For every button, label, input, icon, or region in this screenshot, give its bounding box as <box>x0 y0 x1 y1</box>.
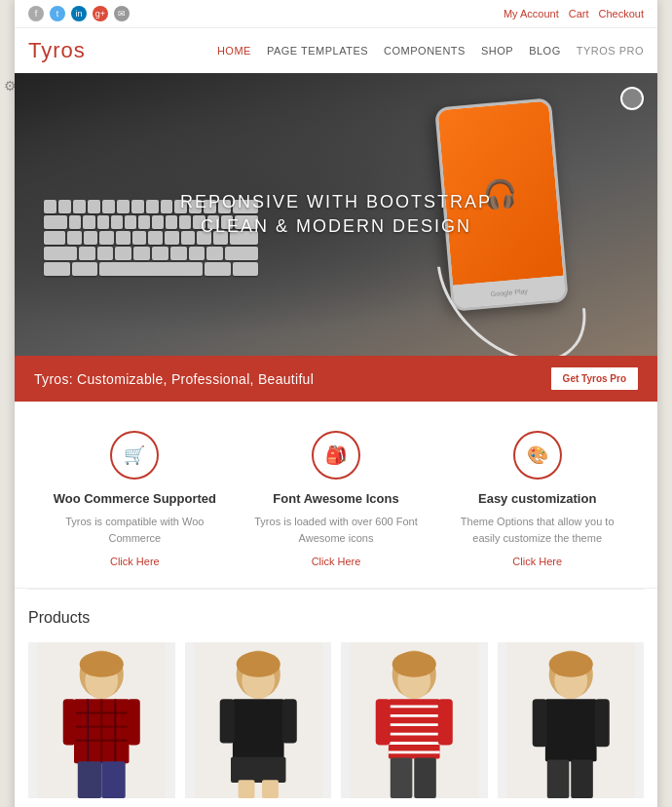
nav-tyros-pro[interactable]: TYROS PRO <box>577 45 644 57</box>
product-image-3 <box>341 642 488 798</box>
products-section: Products <box>15 590 657 807</box>
features-section: 🛒 Woo Commerce Supported Tyros is compat… <box>15 402 657 589</box>
svg-rect-24 <box>231 757 285 783</box>
banner-text: Tyros: Customizable, Professional, Beaut… <box>34 371 314 387</box>
svg-rect-21 <box>232 699 283 758</box>
googleplus-icon[interactable]: g+ <box>93 6 108 21</box>
feature-customization-desc: Theme Options that allow you to easily c… <box>446 514 628 546</box>
hero-title-line1: REPONSIVE WITH BOOTSTRAP <box>180 190 492 214</box>
main-nav: HOME PAGE TEMPLATES COMPONENTS SHOP BLOG… <box>217 45 644 57</box>
hero-nav-dot[interactable] <box>620 87 644 110</box>
my-account-link[interactable]: My Account <box>504 8 559 19</box>
svg-rect-22 <box>219 699 234 743</box>
svg-rect-14 <box>128 699 140 745</box>
feature-fontawesome-desc: Tyros is loaded with over 600 Font Aweso… <box>245 514 428 546</box>
nav-page-templates[interactable]: PAGE TEMPLATES <box>267 45 368 57</box>
svg-rect-41 <box>414 758 436 798</box>
feature-woocommerce: 🛒 Woo Commerce Supported Tyros is compat… <box>34 431 236 568</box>
svg-rect-47 <box>532 699 546 747</box>
product-card-1[interactable]: Tank Top £20.99 £10.00 <box>28 642 175 807</box>
feature-fontawesome-link[interactable]: Click Here <box>312 556 361 567</box>
product-card-3[interactable]: Striped Shirt £19.99 <box>341 642 488 807</box>
feature-woocommerce-link[interactable]: Click Here <box>110 556 160 567</box>
hero-title-line2: CLEAN & MODERN DESIGN <box>180 214 492 239</box>
hero-section: 🎧 Google Play REPONSIVE WITH BOOTSTRAP C… <box>15 73 657 356</box>
svg-point-20 <box>236 651 280 676</box>
hero-text: REPONSIVE WITH BOOTSTRAP CLEAN & MODERN … <box>180 190 492 239</box>
nav-shop[interactable]: SHOP <box>481 45 513 57</box>
feature-customization-title: Easy customization <box>446 491 628 506</box>
svg-point-3 <box>80 651 124 676</box>
product-image-2 <box>185 642 332 798</box>
nav-home[interactable]: HOME <box>217 45 251 57</box>
svg-rect-50 <box>571 759 593 798</box>
svg-rect-48 <box>594 699 609 747</box>
nav-components[interactable]: COMPONENTS <box>384 45 466 57</box>
fontawesome-icon: 🎒 <box>312 431 360 480</box>
facebook-icon[interactable]: f <box>28 6 44 21</box>
product-card-4[interactable]: Shirt £29.99 £24.99 <box>498 642 645 807</box>
svg-point-30 <box>392 651 436 676</box>
promo-banner: Tyros: Customizable, Professional, Beaut… <box>15 356 657 402</box>
svg-rect-23 <box>281 699 296 743</box>
svg-rect-40 <box>391 758 413 798</box>
checkout-link[interactable]: Checkout <box>599 8 644 19</box>
nav-blog[interactable]: BLOG <box>529 45 561 57</box>
cart-link[interactable]: Cart <box>569 8 589 19</box>
products-grid: Tank Top £20.99 £10.00 <box>28 642 644 807</box>
svg-point-45 <box>548 651 592 676</box>
linkedin-icon[interactable]: in <box>71 6 87 21</box>
woocommerce-icon: 🛒 <box>110 431 159 480</box>
svg-rect-13 <box>63 699 76 745</box>
top-bar: f t in g+ ✉ My Account Cart Checkout <box>15 0 657 28</box>
email-icon[interactable]: ✉ <box>114 6 130 21</box>
feature-woocommerce-desc: Tyros is compatible with Woo Commerce <box>44 514 226 546</box>
svg-rect-49 <box>546 759 569 798</box>
customization-icon: 🎨 <box>513 431 562 480</box>
top-links: My Account Cart Checkout <box>504 8 644 19</box>
header: Tyros HOME PAGE TEMPLATES COMPONENTS SHO… <box>15 28 657 73</box>
svg-rect-16 <box>101 761 125 798</box>
site-logo[interactable]: Tyros <box>28 38 86 63</box>
svg-rect-38 <box>376 699 391 745</box>
feature-fontawesome-title: Font Awesome Icons <box>245 491 428 506</box>
svg-rect-25 <box>238 780 254 798</box>
svg-rect-46 <box>544 699 596 761</box>
feature-customization: 🎨 Easy customization Theme Options that … <box>436 431 638 568</box>
svg-rect-39 <box>438 699 453 745</box>
get-pro-button[interactable]: Get Tyros Pro <box>551 367 638 390</box>
product-card-2[interactable]: Short Skirt £49.99 £39.99 <box>185 642 332 807</box>
svg-rect-31 <box>389 699 440 758</box>
svg-rect-26 <box>262 780 279 798</box>
product-image-1 <box>28 642 175 798</box>
feature-woocommerce-title: Woo Commerce Supported <box>44 491 226 506</box>
twitter-icon[interactable]: t <box>50 6 65 21</box>
feature-fontawesome: 🎒 Font Awesome Icons Tyros is loaded wit… <box>236 431 437 568</box>
products-heading: Products <box>28 609 644 627</box>
social-icons: f t in g+ ✉ <box>28 6 130 21</box>
feature-customization-link[interactable]: Click Here <box>512 556 562 567</box>
product-image-4 <box>498 642 645 798</box>
svg-rect-15 <box>78 761 101 798</box>
